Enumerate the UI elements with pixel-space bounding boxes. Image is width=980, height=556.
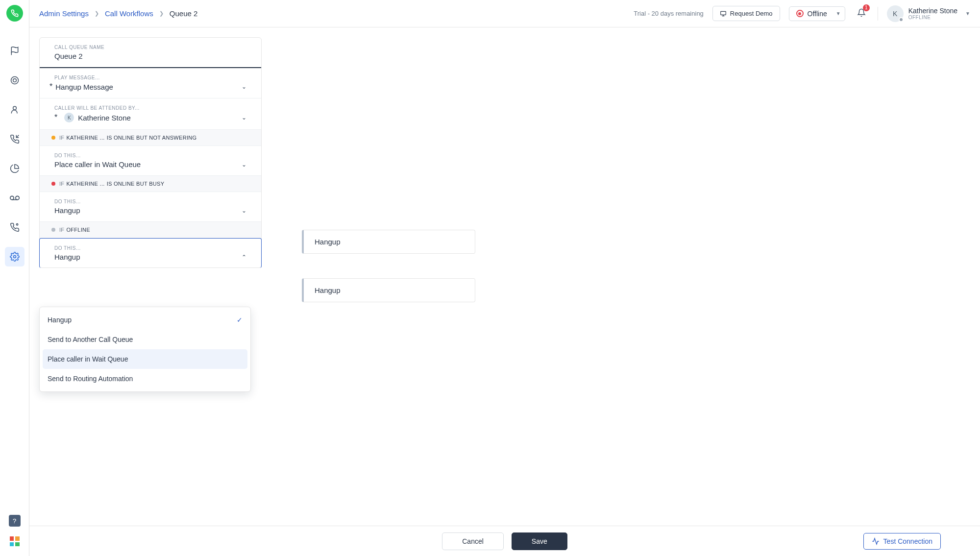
svg-point-2 — [13, 79, 16, 82]
caller-attended-value: Katherine Stone — [78, 114, 131, 122]
footer: Cancel Save Test Connection — [29, 526, 980, 556]
svg-point-1 — [11, 77, 18, 84]
help-button[interactable]: ? — [9, 515, 21, 527]
attendant-avatar: K — [64, 113, 74, 122]
divider — [878, 7, 878, 21]
avatar: K — [887, 5, 904, 22]
phone-incoming-icon — [10, 134, 20, 144]
dropdown-option-routing[interactable]: Send to Routing Automation — [43, 369, 247, 388]
action-no-answer-value: Place caller in Wait Queue — [54, 160, 141, 169]
app-switcher[interactable] — [10, 536, 20, 546]
sidebar-item-dashboard[interactable] — [5, 71, 24, 90]
action-busy-select[interactable]: Hangup ⌄ — [54, 206, 246, 215]
status-dot-icon — [51, 228, 55, 232]
caller-attended-label: CALLER WILL BE ATTENDED BY... — [54, 105, 246, 111]
play-message-select[interactable]: *Hangup Message ⌄ — [54, 82, 246, 91]
action-offline-select[interactable]: Hangup ⌃ — [54, 253, 246, 261]
chevron-down-icon: ⌄ — [242, 207, 246, 214]
dropdown-option-wait-queue[interactable]: Place caller in Wait Queue — [43, 349, 247, 369]
action-busy-value: Hangup — [54, 206, 80, 215]
gear-icon — [10, 252, 20, 262]
dropdown-option-another-queue[interactable]: Send to Another Call Queue — [43, 330, 247, 349]
dial-button[interactable] — [6, 5, 23, 22]
svg-rect-10 — [721, 11, 726, 15]
save-button[interactable]: Save — [512, 532, 567, 550]
sidebar: ? — [0, 0, 29, 556]
svg-point-8 — [16, 224, 18, 225]
pie-chart-icon — [10, 164, 20, 173]
breadcrumb-current: Queue 2 — [170, 9, 198, 18]
action-dropdown: Hangup ✓ Send to Another Call Queue Plac… — [39, 307, 251, 392]
waveform-icon — [872, 537, 880, 545]
play-message-label: PLAY MESSAGE... — [54, 75, 246, 80]
svg-point-3 — [13, 106, 16, 110]
breadcrumb-workflows[interactable]: Call Workflows — [105, 9, 153, 18]
caller-attended-select[interactable]: * K Katherine Stone ⌄ — [54, 113, 246, 122]
user-menu[interactable]: K Katherine Stone OFFLINE ▼ — [887, 5, 970, 22]
sidebar-item-phone[interactable] — [5, 129, 24, 149]
user-icon — [10, 105, 20, 115]
chevron-down-icon: ▼ — [965, 11, 970, 16]
sidebar-item-phone-settings[interactable] — [5, 218, 24, 237]
avatar-initial: K — [893, 10, 897, 18]
queue-name-label: CALL QUEUE NAME — [54, 45, 246, 50]
do-this-label: DO THIS... — [54, 199, 246, 204]
status-label: Offline — [808, 10, 827, 18]
condition-online-no-answer: IF KATHERINE ... IS ONLINE BUT NOT ANSWE… — [40, 130, 261, 146]
test-connection-button[interactable]: Test Connection — [863, 533, 941, 550]
sidebar-item-flag[interactable] — [5, 41, 24, 61]
notification-badge: 1 — [863, 4, 870, 11]
user-name: Katherine Stone — [908, 7, 957, 15]
svg-point-9 — [13, 256, 16, 258]
preview-card-offline: Hangup — [302, 278, 475, 302]
cancel-button[interactable]: Cancel — [442, 532, 504, 550]
dropdown-option-hangup[interactable]: Hangup ✓ — [43, 310, 247, 330]
status-dot-icon — [51, 136, 55, 140]
status-dot-icon — [796, 10, 804, 17]
trial-text: Trial - 20 days remaining — [634, 10, 704, 17]
sidebar-item-voicemail[interactable] — [5, 188, 24, 208]
sidebar-item-settings[interactable] — [5, 247, 24, 266]
sidebar-item-contacts[interactable] — [5, 100, 24, 120]
presentation-icon — [720, 10, 727, 17]
chevron-right-icon: ❯ — [159, 10, 164, 17]
action-offline-value: Hangup — [54, 253, 80, 261]
status-dropdown[interactable]: Offline ▼ — [789, 6, 845, 21]
sidebar-item-reports[interactable] — [5, 159, 24, 178]
play-message-value: Hangup Message — [55, 83, 113, 91]
voicemail-icon — [9, 193, 20, 203]
topbar: Admin Settings ❯ Call Workflows ❯ Queue … — [29, 0, 980, 27]
check-icon: ✓ — [237, 316, 243, 324]
notifications-button[interactable]: 1 — [854, 5, 869, 22]
request-demo-button[interactable]: Request Demo — [712, 6, 780, 21]
test-connection-label: Test Connection — [883, 537, 932, 545]
phone-settings-icon — [10, 222, 20, 232]
presence-dot-icon — [899, 17, 904, 22]
main: Admin Settings ❯ Call Workflows ❯ Queue … — [29, 0, 980, 556]
svg-point-6 — [15, 196, 19, 199]
chevron-down-icon: ▼ — [836, 11, 841, 16]
condition-online-busy: IF KATHERINE ... IS ONLINE BUT BUSY — [40, 176, 261, 192]
do-this-label: DO THIS... — [54, 245, 246, 251]
target-icon — [10, 75, 20, 85]
chevron-down-icon: ⌄ — [242, 114, 246, 121]
content-area: CALL QUEUE NAME Queue 2 PLAY MESSAGE... … — [29, 27, 980, 526]
breadcrumb: Admin Settings ❯ Call Workflows ❯ Queue … — [39, 9, 197, 18]
action-no-answer-select[interactable]: Place caller in Wait Queue ⌄ — [54, 160, 246, 169]
chevron-down-icon: ⌄ — [242, 161, 246, 168]
breadcrumb-admin[interactable]: Admin Settings — [39, 9, 89, 18]
do-this-label: DO THIS... — [54, 153, 246, 158]
flag-icon — [10, 46, 20, 56]
phone-icon — [11, 9, 19, 17]
chevron-right-icon: ❯ — [95, 10, 99, 17]
queue-name-input[interactable]: Queue 2 — [54, 52, 246, 60]
user-status: OFFLINE — [908, 15, 957, 20]
chevron-down-icon: ⌄ — [242, 83, 246, 90]
preview-card-busy: Hangup — [302, 230, 475, 254]
request-demo-label: Request Demo — [730, 10, 773, 17]
condition-offline: IF OFFLINE — [40, 222, 261, 238]
status-dot-icon — [51, 182, 55, 186]
svg-point-5 — [10, 196, 13, 199]
queue-config-panel: CALL QUEUE NAME Queue 2 PLAY MESSAGE... … — [39, 37, 262, 268]
chevron-up-icon: ⌃ — [242, 254, 246, 261]
